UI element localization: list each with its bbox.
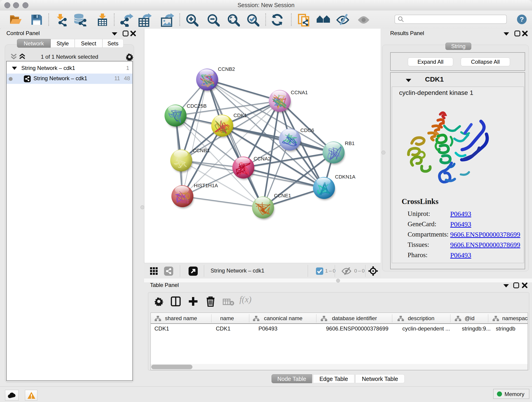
svg-text:CCNA1: CCNA1 — [291, 89, 308, 95]
svg-text:HIST1H1A: HIST1H1A — [194, 183, 218, 188]
svg-text:CDK1: CDK1 — [234, 113, 247, 118]
svg-text:RB1: RB1 — [345, 140, 355, 146]
svg-text:CDKN1A: CDKN1A — [335, 174, 355, 180]
svg-text:CDC6: CDC6 — [300, 128, 314, 133]
svg-text:CCNE1: CCNE1 — [274, 193, 291, 198]
svg-text:CDC25B: CDC25B — [187, 103, 207, 109]
svg-text:CCNA2: CCNA2 — [254, 156, 271, 162]
svg-text:CCNB2: CCNB2 — [218, 66, 235, 72]
svg-text:?: ? — [520, 15, 524, 23]
svg-text:CCNB1: CCNB1 — [193, 148, 210, 153]
